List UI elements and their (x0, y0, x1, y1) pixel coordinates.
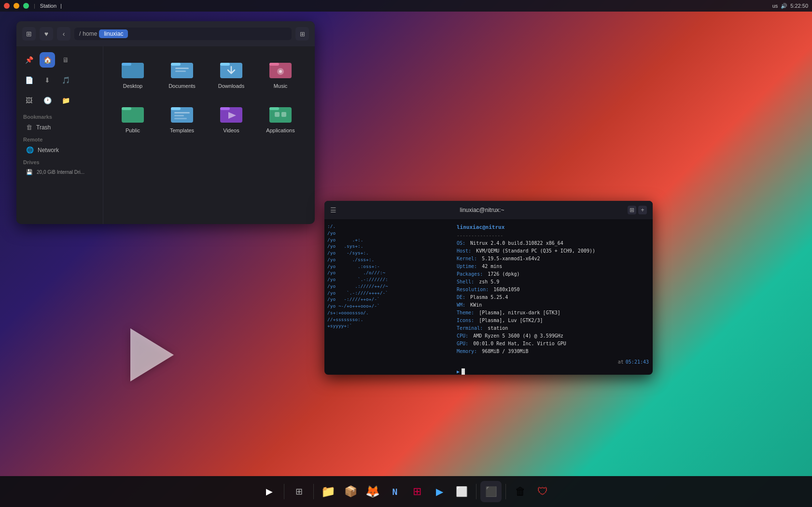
fm-back-btn[interactable]: ‹ (57, 27, 70, 41)
fm-view-toggle[interactable]: ⊞ (295, 27, 309, 41)
folder-pictures[interactable]: Pictures (308, 54, 315, 93)
svg-rect-7 (220, 63, 230, 66)
taskbar-media-icon[interactable]: ▶ (429, 481, 450, 502)
dot-green[interactable] (23, 3, 29, 9)
taskbar-group-4: ⬛ (480, 481, 502, 502)
topbar-app-name: Station (40, 3, 56, 9)
taskbar-group-3: 📁 📦 🦊 N ⊞ ▶ ⬜ (318, 481, 472, 502)
folder-applications-label: Applications (266, 127, 294, 133)
taskbar-folder-icon[interactable]: 📁 (318, 481, 339, 502)
sidebar-icon-recent[interactable]: 🕐 (40, 93, 55, 108)
terminal-val-uptime: 42 mins (482, 263, 502, 270)
taskbar-neovim-icon[interactable]: N (384, 481, 406, 502)
folder-desktop-label: Desktop (123, 83, 142, 89)
folder-desktop[interactable]: Desktop (111, 54, 154, 93)
taskbar-grid2-icon[interactable]: ⊞ (406, 481, 428, 502)
terminal-key-uptime: Uptime: (457, 263, 477, 270)
folder-public[interactable]: Public (111, 99, 154, 137)
taskbar-grid-icon[interactable]: ⊞ (288, 481, 309, 502)
sidebar-item-trash[interactable]: 🗑 Trash (19, 121, 100, 133)
terminal-user-label: linuxiac@nitrux (457, 223, 649, 232)
sidebar-icon-dl[interactable]: ⬇ (40, 72, 55, 88)
terminal-val-gpu: 00:01.0 Red Hat, Inc. Virtio GPU (473, 340, 566, 348)
folder-music-icon (268, 58, 293, 81)
svg-rect-26 (275, 112, 280, 117)
taskbar-trash-icon[interactable]: 🗑 (510, 481, 531, 502)
network-icon: 🌐 (26, 146, 34, 154)
taskbar-shield-icon[interactable]: 🛡 (532, 481, 553, 502)
folder-downloads-icon (219, 58, 244, 81)
svg-rect-1 (122, 63, 131, 66)
terminal-add-btn[interactable]: + (638, 206, 647, 214)
terminal-separator: ---------------- (457, 232, 649, 239)
svg-rect-25 (269, 107, 279, 110)
folder-public-label: Public (126, 127, 140, 133)
terminal-key-packages: Packages: (457, 270, 483, 278)
sidebar-icon-monitor[interactable]: 🖥 (58, 52, 73, 68)
fm-toggle-sidebar[interactable]: ⊞ (22, 27, 36, 41)
terminal-val-host: KVM/QEMU (Standard PC (Q35 + ICH9, 2009)… (476, 247, 595, 255)
folder-templates[interactable]: Templates (160, 99, 204, 137)
terminal-key-memory: Memory: (457, 348, 477, 355)
folder-downloads[interactable]: Downloads (210, 54, 253, 93)
svg-rect-16 (122, 107, 131, 110)
taskbar-group-2: ⊞ (288, 481, 309, 502)
terminal-val-kernel: 5.19.5-xanmod1-x64v2 (482, 255, 540, 263)
terminal-val-shell: zsh 5.9 (479, 278, 499, 286)
terminal-val-icons: [Plasma], Luv [GTK2/3] (479, 317, 543, 324)
sidebar-icon-music[interactable]: 🎵 (58, 72, 73, 88)
fm-content: Desktop Documents (103, 46, 315, 224)
terminal-info-memory: Memory: 968MiB / 3930MiB (457, 348, 649, 355)
breadcrumb-home[interactable]: home (83, 30, 97, 37)
sidebar-icon-home[interactable]: 🏠 (40, 52, 55, 68)
folder-videos[interactable]: Videos (210, 99, 253, 137)
fm-bookmark-btn[interactable]: ♥ (40, 27, 53, 41)
terminal-val-theme: [Plasma], nitrux-dark [GTK3] (479, 309, 560, 317)
sidebar-icon-doc[interactable]: 📄 (21, 72, 37, 88)
drive-icon: 💾 (26, 169, 33, 175)
sidebar-item-network[interactable]: 🌐 Network (19, 144, 100, 156)
folder-documents[interactable]: Documents (160, 54, 204, 93)
terminal-key-host: Host: (457, 247, 471, 255)
play-triangle-icon (130, 328, 174, 381)
terminal-val-cpu: AMD Ryzen 5 3600 (4) @ 3.599GHz (473, 332, 563, 340)
folder-music[interactable]: Music (259, 54, 302, 93)
terminal-menu-icon[interactable]: ☰ (330, 206, 336, 214)
terminal-info-cpu: CPU: AMD Ryzen 5 3600 (4) @ 3.599GHz (457, 332, 649, 340)
sidebar-drive-internal[interactable]: 💾 20,0 GiB Internal Dri... (19, 167, 100, 178)
terminal-info-theme: Theme: [Plasma], nitrux-dark [GTK3] (457, 309, 649, 317)
breadcrumb-current[interactable]: linuxiac (99, 29, 128, 38)
terminal-window: ☰ linuxiac@nitrux:~ ⊞ + :/. /yo /yo .+:.… (324, 201, 653, 375)
svg-rect-23 (220, 107, 230, 110)
sidebar-icon-row-2: 📄 ⬇ 🎵 (16, 70, 103, 90)
taskbar-group-5: 🗑 🛡 (510, 481, 553, 502)
terminal-ascii-art: :/. /yo /yo .+:. /yo .sys+:. /yo -/sys+:… (324, 219, 455, 375)
terminal-key-theme: Theme: (457, 309, 474, 317)
topbar-right: us 🔊 5:22:50 (772, 3, 808, 9)
terminal-info-panel: linuxiac@nitrux ---------------- OS: Nit… (455, 219, 653, 375)
terminal-body: :/. /yo /yo .+:. /yo .sys+:. /yo -/sys+:… (324, 219, 653, 375)
desktop-play-button[interactable] (130, 328, 174, 381)
taskbar-play-icon[interactable]: ▶ (259, 481, 280, 502)
bookmarks-label: Bookmarks (16, 111, 103, 121)
taskbar-window-icon[interactable]: ⬜ (451, 481, 472, 502)
terminal-key-gpu: GPU: (457, 340, 468, 348)
fm-breadcrumb: / home linuxiac (74, 28, 292, 40)
sidebar-icon-image[interactable]: 🖼 (21, 93, 37, 108)
folder-applications[interactable]: Applications (259, 99, 302, 137)
breadcrumb-sep: / (79, 30, 81, 37)
taskbar-files-icon[interactable]: 📦 (340, 481, 361, 502)
topbar-separator: | (34, 3, 35, 9)
terminal-info-kernel: Kernel: 5.19.5-xanmod1-x64v2 (457, 255, 649, 263)
sidebar-icon-folder[interactable]: 📁 (58, 93, 73, 108)
taskbar-terminal-icon[interactable]: ⬛ (480, 481, 502, 502)
terminal-new-tab-btn[interactable]: ⊞ (628, 206, 636, 214)
topbar: | Station | us 🔊 5:22:50 (0, 0, 812, 12)
taskbar-firefox-icon[interactable]: 🦊 (362, 481, 383, 502)
topbar-volume-icon[interactable]: 🔊 (781, 3, 787, 9)
terminal-val-wm: KWin (470, 301, 482, 309)
dot-yellow[interactable] (14, 3, 19, 9)
dot-red[interactable] (4, 3, 10, 9)
sidebar-icon-pin[interactable]: 📌 (21, 52, 37, 68)
terminal-info-host: Host: KVM/QEMU (Standard PC (Q35 + ICH9,… (457, 247, 649, 255)
